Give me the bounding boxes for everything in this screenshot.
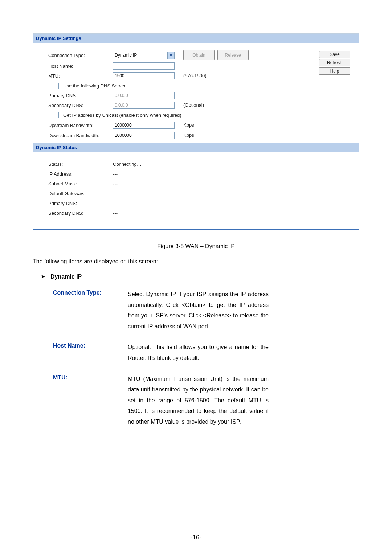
status-label: Status: [48,161,113,167]
desc-text-0: Select Dynamic IP if your ISP assigns th… [128,289,269,332]
connection-type-label: Connection Type: [48,53,113,58]
primary-dns-label: Primary DNS: [48,93,113,98]
pdns-label: Primary DNS: [48,201,113,206]
status-header: Dynamic IP Status [33,143,359,152]
connection-type-value: Dynamic IP [113,52,167,59]
host-name-label: Host Name: [48,63,113,69]
refresh-button[interactable]: Refresh [319,59,350,66]
sdns-label: Secondary DNS: [48,210,113,216]
downstream-bw-label: Downstream Bandwidth: [48,133,113,138]
help-button[interactable]: Help [319,67,350,75]
mtu-range: (576-1500) [183,72,207,80]
desc-text-2: MTU (Maximum Transmission Unit) is the m… [128,374,269,427]
svg-marker-0 [169,54,173,56]
desc-text-1: Optional. This field allows you to give … [128,342,269,363]
host-name-input[interactable] [113,62,175,70]
release-button[interactable]: Release [217,50,249,60]
desc-label-0: Connection Type: [53,289,125,332]
unicast-label: Get IP address by Unicast (enable it onl… [63,112,181,118]
use-dns-label: Use the following DNS Server [63,83,126,89]
section-title: Dynamic IP [50,274,82,280]
obtain-button[interactable]: Obtain [183,50,215,60]
desc-label-1: Host Name: [53,342,125,363]
figure-caption: Figure 3-8 WAN – Dynamic IP [33,243,359,250]
gateway-label: Default Gateway: [48,191,113,196]
connection-type-select[interactable]: Dynamic IP [113,52,175,59]
desc-label-2: MTU: [53,374,125,427]
secondary-dns-input[interactable] [113,102,175,109]
gateway-value: --- [113,191,118,196]
upstream-bw-label: Upstream Bandwidth: [48,123,113,128]
unicast-checkbox[interactable] [53,112,59,118]
downstream-bw-input[interactable] [113,132,175,139]
status-value: Connecting… [113,161,142,167]
pdns-value: --- [113,201,118,206]
subnet-value: --- [113,181,118,186]
sdns-value: --- [113,210,118,216]
secondary-dns-label: Secondary DNS: [48,103,113,108]
subnet-label: Subnet Mask: [48,181,113,186]
upstream-bw-input[interactable] [113,122,175,129]
ip-value: --- [113,171,118,177]
mtu-label: MTU: [48,73,113,79]
settings-panel: Dynamic IP Settings Save Refresh Help Co… [33,33,359,230]
intro-text: The following items are displayed on thi… [33,258,359,265]
use-dns-checkbox[interactable] [53,83,59,89]
downstream-bw-unit: Kbps [183,131,194,139]
bullet-arrow-icon: ➤ [41,273,45,280]
primary-dns-input[interactable] [113,92,175,99]
mtu-input[interactable] [113,72,175,79]
page-number: -16- [0,534,392,541]
chevron-down-icon [167,52,174,59]
settings-header: Dynamic IP Settings [33,34,359,43]
save-button[interactable]: Save [319,51,350,58]
secondary-dns-optional: (Optional) [183,101,204,109]
ip-label: IP Address: [48,171,113,177]
upstream-bw-unit: Kbps [183,121,194,129]
